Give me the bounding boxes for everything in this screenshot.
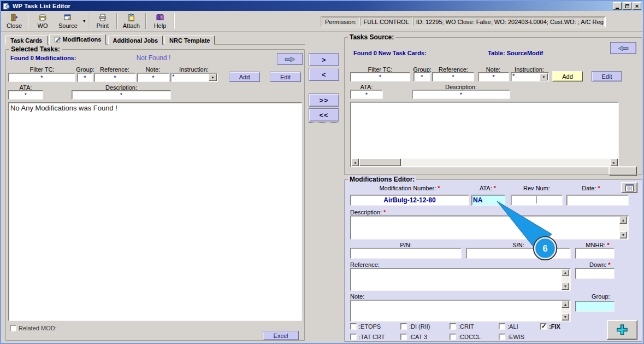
description-filter-input[interactable] <box>72 90 171 100</box>
restore-icon <box>625 4 629 8</box>
attach-button[interactable]: Attach <box>119 11 144 31</box>
group-filter-input[interactable] <box>77 73 93 82</box>
scroll-up-button[interactable]: ▲ <box>619 217 627 224</box>
instruction-filter-combobox[interactable]: * ▼ <box>170 73 218 82</box>
fix-checkbox[interactable] <box>540 323 547 330</box>
close-button[interactable]: Close <box>2 11 26 31</box>
tab-label: NRC Template <box>169 37 210 44</box>
tab-strip: Task Cards Modifications Additional Jobs… <box>5 34 305 45</box>
pn-input[interactable] <box>350 248 462 259</box>
date-input[interactable] <box>566 195 629 206</box>
src-note-filter-input[interactable] <box>478 72 509 81</box>
move-source-left-button[interactable] <box>610 42 636 54</box>
close-window-button[interactable]: × <box>633 2 641 10</box>
tat-crt-checkbox-row: :TAT CRT <box>350 334 385 340</box>
cat3-checkbox[interactable] <box>400 334 407 340</box>
selected-tasks-list[interactable]: No Any Modifications was Found ! <box>8 102 302 321</box>
ali-checkbox[interactable] <box>499 323 505 330</box>
crit-checkbox[interactable] <box>450 323 456 330</box>
src-ata-filter-input[interactable] <box>350 90 383 99</box>
modifications-editor-title: Modifications Editor: <box>348 176 416 183</box>
reference-scrollbar[interactable]: ▲ ▼ <box>562 269 570 290</box>
workorder-info: ID: 12295; WO Close: False; WO: 202403-L… <box>413 18 605 26</box>
toolbar-separator <box>88 13 89 29</box>
work-order-icon <box>38 13 47 22</box>
down-input[interactable] <box>575 268 615 279</box>
move-selected-right-button[interactable] <box>277 53 303 65</box>
editor-ata-input[interactable] <box>471 195 505 206</box>
src-instruction-filter-combobox[interactable]: * ▼ <box>511 72 549 81</box>
src-reference-filter-input[interactable] <box>432 72 474 81</box>
ali-label: :ALI <box>507 323 518 330</box>
scroll-left-button[interactable]: ◄ <box>351 159 359 166</box>
src-add-button[interactable]: Add <box>552 71 583 81</box>
tab-nrc-template[interactable]: NRC Template <box>164 36 215 45</box>
di-rii-checkbox[interactable] <box>400 323 407 330</box>
edit-button[interactable]: Edit <box>270 72 301 82</box>
add-modification-button[interactable] <box>607 320 637 340</box>
scrollbar-thumb[interactable] <box>359 159 401 166</box>
move-left-button[interactable]: < <box>309 68 339 81</box>
modification-number-label: Modification Number:* <box>350 185 469 191</box>
filter-tc-input[interactable] <box>8 73 75 82</box>
wo-button[interactable]: WO <box>31 11 55 31</box>
source-dropdown-caret-icon[interactable]: ▼ <box>82 19 86 23</box>
instruction-dropdown-button[interactable]: ▼ <box>209 74 217 81</box>
src-instruction-dropdown-button[interactable]: ▼ <box>540 73 548 80</box>
tasks-source-list[interactable]: ◄ ► <box>350 102 619 167</box>
source-button[interactable]: Source <box>55 11 81 31</box>
src-edit-button[interactable]: Edit <box>592 71 622 81</box>
cdccl-checkbox-row: :CDCCL <box>450 334 481 340</box>
reference-filter-input[interactable] <box>94 73 136 82</box>
scroll-down-button[interactable]: ▼ <box>562 283 569 290</box>
mnhr-input[interactable] <box>575 248 615 259</box>
related-mod-checkbox[interactable] <box>10 325 16 331</box>
date-label: Date:* <box>566 185 616 191</box>
down-label: Down:* <box>589 261 610 268</box>
tab-additional-jobs[interactable]: Additional Jobs <box>108 36 163 45</box>
move-all-right-button[interactable]: >> <box>309 94 339 107</box>
modification-number-input[interactable] <box>350 195 469 206</box>
empty-list-message: No Any Modifications was Found ! <box>9 103 302 113</box>
note-filter-input[interactable] <box>137 73 169 82</box>
restore-button[interactable] <box>623 2 631 10</box>
editor-group-label: Group: <box>592 293 610 300</box>
src-description-filter-input[interactable] <box>412 90 510 99</box>
scroll-right-button[interactable]: ► <box>610 159 618 166</box>
not-found-label: Not Found ! <box>104 54 203 62</box>
horizontal-scrollbar[interactable]: ◄ ► <box>351 159 618 166</box>
src-filter-tc-input[interactable] <box>350 72 410 81</box>
editor-group-input[interactable] <box>575 301 615 312</box>
scroll-up-button[interactable]: ▲ <box>562 269 569 276</box>
scroll-down-button[interactable]: ▼ <box>619 231 627 238</box>
tab-task-cards[interactable]: Task Cards <box>5 36 48 45</box>
sn-input[interactable] <box>466 248 571 259</box>
add-button[interactable]: Add <box>229 72 260 82</box>
minimize-button[interactable] <box>613 2 622 10</box>
scroll-up-button[interactable]: ▲ <box>562 301 569 308</box>
calendar-button[interactable] <box>621 182 637 193</box>
cdccl-checkbox[interactable] <box>450 334 456 340</box>
description-scrollbar[interactable]: ▲ ▼ <box>619 217 628 238</box>
crit-checkbox-row: :CRIT <box>450 323 474 330</box>
etops-checkbox[interactable] <box>350 323 357 330</box>
tab-modifications[interactable]: Modifications <box>49 34 107 45</box>
ata-filter-input[interactable] <box>8 90 43 100</box>
scroll-down-button[interactable]: ▼ <box>562 313 569 320</box>
print-button[interactable]: Print <box>91 11 115 31</box>
ewis-checkbox[interactable] <box>499 334 505 340</box>
editor-description-textarea[interactable]: ▲ ▼ <box>350 215 629 240</box>
help-button[interactable]: ? Help <box>148 11 172 31</box>
note-scrollbar[interactable]: ▲ ▼ <box>562 301 570 320</box>
toolbar-separator <box>174 13 175 29</box>
editor-note-textarea[interactable]: ▲ ▼ <box>350 300 571 322</box>
excel-button[interactable]: Excel <box>263 331 299 340</box>
editor-reference-textarea[interactable]: ▲ ▼ <box>350 268 571 291</box>
cat3-checkbox-row: :CAT 3 <box>400 334 427 340</box>
tat-crt-checkbox[interactable] <box>350 334 357 340</box>
move-right-button[interactable]: > <box>309 53 339 66</box>
note-filter-label: Note: <box>136 66 170 73</box>
src-group-filter-input[interactable] <box>413 72 430 81</box>
app-window: WP Task List Editor × Close WO <box>0 0 644 344</box>
move-all-left-button[interactable]: << <box>309 108 339 121</box>
